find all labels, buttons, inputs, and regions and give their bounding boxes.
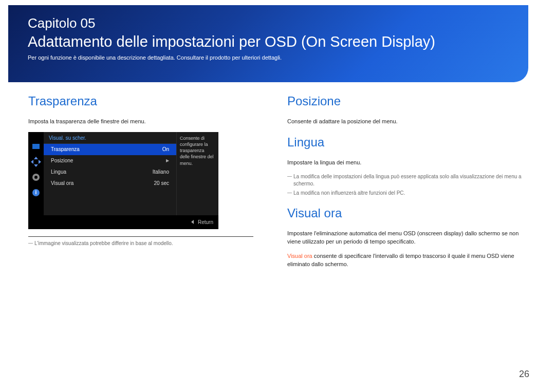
desc-visual-ora-2-rest: consente di specificare l'intervallo di … bbox=[287, 253, 514, 267]
heading-posizione: Posizione bbox=[287, 94, 529, 108]
back-triangle-icon bbox=[191, 220, 194, 224]
desc-posizione: Consente di adattare la posizione del me… bbox=[287, 118, 529, 126]
osd-row-trasparenza: Trasparenza On bbox=[44, 144, 176, 155]
chapter-label: Capitolo 05 bbox=[28, 15, 435, 31]
highlight-visual-ora: Visual ora bbox=[287, 253, 312, 259]
desc-trasparenza: Imposta la trasparenza delle finestre de… bbox=[28, 118, 253, 126]
osd-row-value: Italiano bbox=[153, 169, 169, 175]
osd-return-label: Return bbox=[198, 219, 213, 225]
osd-description-panel: Consente di configurare la trasparenza d… bbox=[176, 132, 218, 215]
chapter-subtitle: Per ogni funzione è disponibile una desc… bbox=[28, 54, 435, 61]
osd-sidebar: i bbox=[28, 132, 44, 215]
chapter-title: Adattamento delle impostazioni per OSD (… bbox=[28, 33, 435, 50]
osd-footer: Return bbox=[28, 215, 218, 229]
osd-row-value: On bbox=[162, 146, 169, 152]
right-column: Posizione Consente di adattare la posizi… bbox=[287, 94, 529, 275]
osd-row-lingua: Lingua Italiano bbox=[44, 166, 176, 178]
osd-row-label: Lingua bbox=[51, 169, 66, 175]
osd-row-label: Trasparenza bbox=[51, 146, 80, 152]
desc-visual-ora-2: Visual ora consente di specificare l'int… bbox=[287, 252, 529, 269]
osd-screenshot: i Visual. su scher. Trasparenza On Posiz… bbox=[28, 132, 218, 229]
footnote-rule bbox=[28, 236, 253, 237]
osd-menu: Visual. su scher. Trasparenza On Posizio… bbox=[44, 132, 176, 215]
monitor-icon bbox=[31, 141, 41, 152]
heading-trasparenza: Trasparenza bbox=[28, 94, 253, 108]
osd-row-visualora: Visual ora 20 sec bbox=[44, 178, 176, 189]
heading-visual-ora: Visual ora bbox=[287, 206, 529, 220]
osd-row-posizione: Posizione ▶ bbox=[44, 155, 176, 166]
osd-row-label: Posizione bbox=[51, 158, 73, 163]
gear-icon bbox=[31, 172, 41, 182]
page-header: Capitolo 05 Adattamento delle impostazio… bbox=[28, 15, 435, 61]
osd-row-label: Visual ora bbox=[51, 180, 73, 186]
desc-lingua: Impostare la lingua dei menu. bbox=[287, 159, 529, 167]
note-lingua-1: La modifica delle impostazioni della lin… bbox=[287, 173, 529, 188]
info-icon: i bbox=[31, 188, 41, 198]
osd-menu-title: Visual. su scher. bbox=[44, 132, 176, 144]
arrows-icon bbox=[31, 157, 41, 167]
osd-row-value: 20 sec bbox=[154, 180, 169, 186]
chevron-right-icon: ▶ bbox=[166, 158, 169, 163]
page-number: 26 bbox=[519, 369, 529, 380]
footnote-image-disclaimer: L'immagine visualizzata potrebbe differi… bbox=[28, 240, 253, 247]
left-column: Trasparenza Imposta la trasparenza delle… bbox=[28, 94, 253, 275]
desc-visual-ora-1: Impostare l'eliminazione automatica del … bbox=[287, 230, 529, 246]
heading-lingua: Lingua bbox=[287, 135, 529, 150]
note-lingua-2: La modifica non influenzerà altre funzio… bbox=[287, 190, 529, 197]
